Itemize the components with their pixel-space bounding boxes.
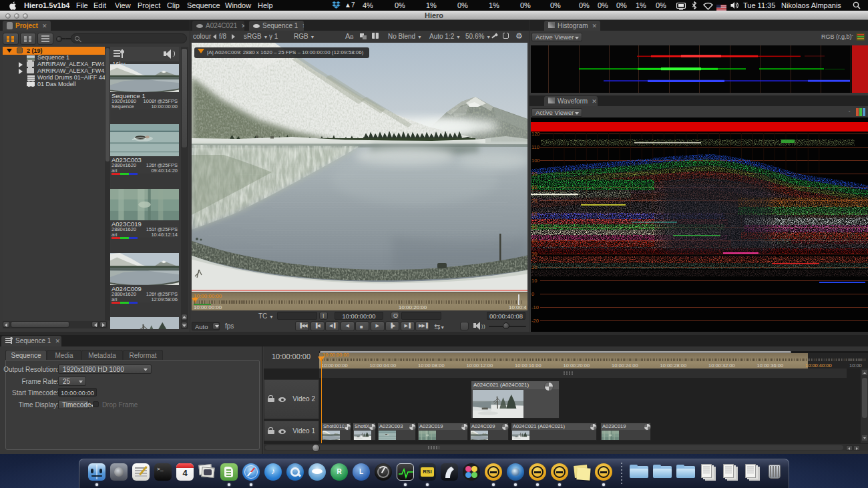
svg-text:40: 40 — [531, 238, 537, 244]
svg-text:50: 50 — [531, 224, 537, 230]
svg-text:20: 20 — [531, 264, 537, 270]
svg-text:70: 70 — [531, 198, 537, 204]
svg-text:120: 120 — [531, 131, 540, 137]
svg-text:60: 60 — [531, 211, 537, 217]
svg-text:-20: -20 — [531, 318, 539, 324]
svg-text:0: 0 — [531, 291, 534, 297]
svg-text:-10: -10 — [531, 304, 539, 310]
svg-text:30: 30 — [531, 251, 537, 257]
svg-text:100: 100 — [531, 158, 540, 164]
svg-text:110: 110 — [531, 144, 539, 150]
svg-text:90: 90 — [531, 171, 537, 177]
svg-text:80: 80 — [531, 184, 537, 190]
svg-text:10: 10 — [531, 278, 537, 284]
